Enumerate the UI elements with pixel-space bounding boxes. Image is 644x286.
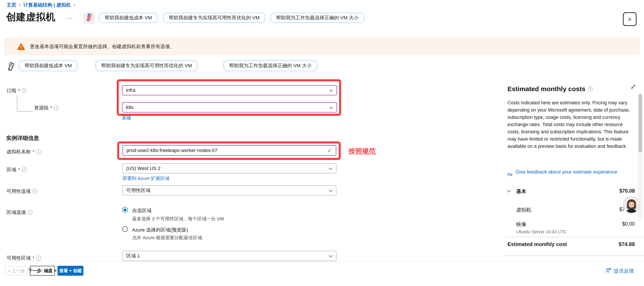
cost-item-image-amount: $0.00 — [622, 221, 635, 227]
toolbar-suggest-high-availability-button[interactable]: 帮助我创建专为实现高可用性而优化的 VM — [96, 60, 198, 71]
vm-name-input[interactable] — [122, 145, 336, 156]
toolbar-suggest-low-cost-button[interactable]: 帮助我创建低成本 VM — [19, 60, 78, 71]
scrollbar-thumb[interactable] — [638, 94, 642, 152]
divider — [504, 237, 644, 237]
chevron-right-icon: › — [73, 2, 75, 8]
copilot-logo-icon — [85, 13, 94, 23]
availability-options-value: 可用性区域 — [126, 187, 150, 194]
chevron-down-icon — [328, 188, 332, 193]
total-cost-label: Estimated monthly cost — [508, 241, 567, 247]
feedback-bubbles-icon — [507, 172, 513, 179]
copilot-button[interactable] — [84, 12, 95, 24]
vm-name-label: 虚拟机名称* — [6, 148, 41, 155]
required-marker: * — [18, 88, 20, 94]
estimate-feedback-link[interactable]: Give feedback about your estimate experi… — [516, 169, 627, 175]
availability-zone-dropdown[interactable]: 区域 1 — [122, 251, 336, 261]
info-icon[interactable] — [36, 149, 41, 154]
subscription-label: 订阅* — [6, 87, 26, 94]
breadcrumb-home-link[interactable]: 主页 — [6, 2, 16, 8]
header-suggest-vm-size-button[interactable]: 帮助我为工作负载选择正确的 VM 大小 — [270, 13, 364, 23]
next-disks-button[interactable]: 下一步: 磁盘 > — [30, 266, 55, 276]
cost-group-basic-label[interactable]: 基本 — [516, 188, 526, 195]
close-icon — [628, 15, 632, 23]
region-label: 区域* — [6, 166, 26, 173]
chevron-down-icon[interactable] — [506, 189, 511, 193]
zone-self-select-radio[interactable] — [122, 207, 128, 213]
zone-self-select-label[interactable]: 自选区域 — [132, 207, 152, 214]
resource-group-dropdown[interactable]: k8s — [122, 102, 337, 112]
wizard-footer — [0, 261, 644, 286]
chevron-right-icon: › — [19, 2, 21, 8]
subscription-dropdown[interactable]: infra — [122, 85, 337, 95]
required-marker: * — [18, 167, 20, 173]
info-icon[interactable] — [36, 256, 41, 260]
collapse-icon[interactable] — [630, 84, 636, 91]
info-icon[interactable] — [28, 210, 32, 215]
chevron-down-icon — [328, 166, 332, 171]
resource-group-value: k8s — [126, 105, 134, 110]
availability-zone-value: 区域 1 — [126, 253, 140, 259]
warning-icon — [17, 43, 25, 50]
chevron-down-icon — [329, 105, 333, 110]
previous-button[interactable]: < 上一步 — [5, 266, 28, 275]
availability-options-label: 可用性选项 — [6, 188, 37, 195]
zone-options-label: 区域选项 — [6, 209, 32, 216]
zone-azure-select-label[interactable]: Azure 选择的区域(预览版) — [132, 227, 188, 233]
cost-group-basic-amount: $70.08 — [620, 188, 635, 194]
tree-connector — [17, 95, 33, 112]
cost-item-vm-label: 虚拟机 — [516, 206, 532, 213]
required-marker: * — [32, 149, 34, 155]
cost-item-image-label: 映像 — [516, 221, 526, 228]
review-create-button[interactable]: 查看 + 创建 — [58, 266, 84, 276]
availability-options-dropdown[interactable]: 可用性区域 — [122, 185, 336, 195]
edge-zone-link[interactable]: 部署到 Azure 扩展区域 — [122, 175, 170, 181]
resource-group-label: 资源组* — [34, 105, 59, 111]
header-suggest-low-cost-button[interactable]: 帮助我创建低成本 VM — [99, 13, 158, 23]
close-button[interactable] — [623, 12, 636, 26]
subscription-value: infra — [126, 87, 136, 93]
info-icon[interactable] — [54, 105, 59, 110]
region-dropdown[interactable]: (US) West US 2 — [122, 163, 336, 173]
assistant-avatar[interactable] — [623, 196, 640, 213]
create-vm-page: 主页›计算基础结构 | 虚拟机› 创建虚拟机 ··· 帮助我创建低成本 VM 帮… — [0, 0, 644, 286]
page-title: 创建虚拟机 — [6, 11, 56, 24]
breadcrumb-section-link[interactable]: 计算基础结构 | 虚拟机 — [23, 2, 71, 8]
info-icon[interactable] — [32, 189, 37, 194]
zone-self-select-desc: 最多选择 3 个可用性区域，每个区域一台 VM — [132, 216, 224, 222]
breadcrumb: 主页›计算基础结构 | 虚拟机› — [6, 2, 78, 8]
person-feedback-icon — [605, 267, 612, 274]
chevron-down-icon — [329, 87, 333, 93]
valid-check-icon — [327, 147, 332, 154]
required-marker: * — [50, 105, 52, 111]
total-cost-amount: $74.88 — [619, 241, 635, 247]
info-icon[interactable] — [22, 88, 26, 93]
annotation-note: 按照规范 — [348, 147, 376, 156]
availability-zone-label: 可用性区域* — [6, 255, 41, 261]
chevron-down-icon — [328, 253, 332, 259]
divider — [504, 255, 644, 256]
provide-feedback-link[interactable]: 提供反馈 — [614, 267, 634, 274]
zone-azure-select-radio[interactable] — [122, 226, 128, 232]
create-new-link[interactable]: 新建 — [122, 115, 131, 121]
header-suggest-high-availability-button[interactable]: 帮助我创建专为实现高可用性而优化的 VM — [163, 13, 265, 23]
copilot-outline-icon — [6, 62, 16, 72]
zone-azure-select-desc: 允许 Azure 根据需要分配最佳区域 — [132, 235, 202, 241]
cost-panel-title: Estimated monthly costs — [508, 85, 593, 93]
instance-details-heading: 实例详细信息 — [6, 134, 39, 142]
warning-text: 更改基本选项可能会重置所做的选择。创建虚拟机前查看所有选项。 — [30, 43, 175, 50]
region-value: (US) West US 2 — [126, 166, 160, 171]
required-marker: * — [32, 255, 34, 261]
more-options-button[interactable]: ··· — [66, 15, 73, 22]
warning-banner: 更改基本选项可能会重置所做的选择。创建虚拟机前查看所有选项。 — [4, 38, 640, 55]
info-icon[interactable] — [588, 87, 593, 91]
cost-disclaimer: Costs indicated here are estimates only.… — [508, 99, 632, 150]
info-icon[interactable] — [22, 167, 26, 172]
cost-item-image-subtitle: Ubuntu Server 24.04 LTS — [516, 229, 566, 234]
toolbar-suggest-vm-size-button[interactable]: 帮助我为工作负载选择正确的 VM 大小 — [224, 60, 317, 71]
